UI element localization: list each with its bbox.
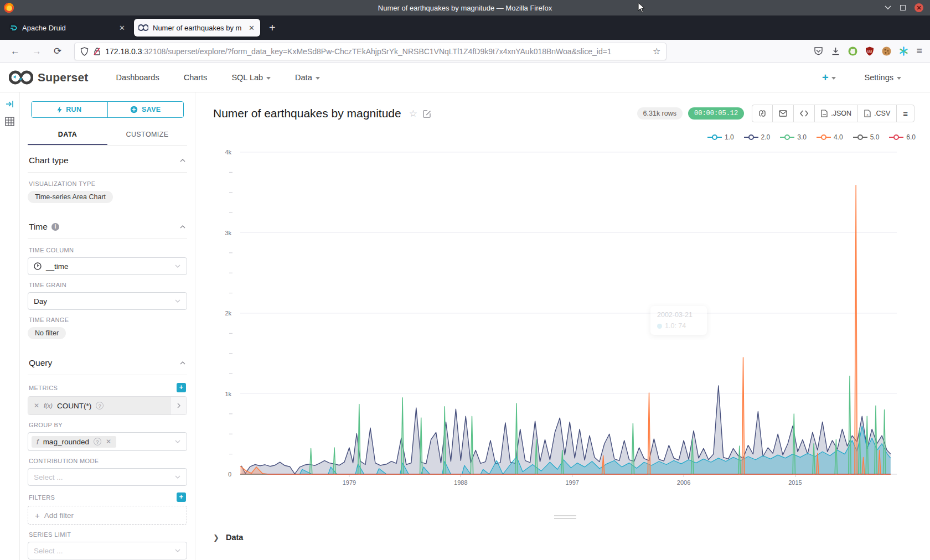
timeseries-chart[interactable]: 01k2k3k4k19791988199720062015 [212,145,910,491]
window-title: Numer of earthquakes by magnitude — Mozi… [0,4,930,12]
embed-code-button[interactable] [794,105,815,122]
url-text[interactable]: 172.18.0.3:32108/superset/explore/?form_… [105,47,648,56]
section-time[interactable]: Time i [28,214,187,239]
chart-title: Numer of earthquakes by magnitude [213,107,401,120]
close-tab-icon[interactable]: ✕ [247,24,256,32]
time-column-select[interactable]: __time [28,257,187,275]
menu-icon[interactable]: ≡ [916,45,922,57]
legend-item-2.0[interactable]: 2.0 [744,133,771,141]
metric-control[interactable]: ✕ f(x) COUNT(*) ? [28,396,187,415]
download-icon[interactable] [831,46,840,56]
time-column-label: TIME COLUMN [29,247,186,253]
data-section-header[interactable]: ❯ Data [195,527,930,542]
pane-drag-handle[interactable] [554,515,576,521]
legend-item-4.0[interactable]: 4.0 [817,133,843,141]
section-query[interactable]: Query [28,350,187,375]
legend-item-6.0[interactable]: 6.0 [889,133,916,141]
run-label: RUN [66,106,81,113]
section-chart-type[interactable]: Chart type [28,148,187,173]
explore-panel: RUN SAVE DATA CUSTOMIZE Chart type VISUA… [20,92,195,560]
chevron-down-icon [316,77,320,80]
viz-type-pill[interactable]: Time-series Area Chart [28,191,113,203]
remove-chip-icon[interactable]: ✕ [106,438,111,445]
shield-icon[interactable] [80,47,89,56]
close-window-icon[interactable]: ✕ [914,3,923,12]
favorite-star-icon[interactable]: ☆ [409,108,417,120]
maximize-icon[interactable] [900,5,906,11]
permalink-button[interactable] [752,105,773,122]
ublock-icon[interactable]: uB [865,46,874,56]
metric-expand[interactable] [170,397,187,414]
nav-sql-lab[interactable]: SQL Lab [219,73,283,82]
url-path: :32108/superset/explore/?form_data_key=K… [142,47,611,56]
time-range-pill[interactable]: No filter [28,327,66,339]
insecure-lock-icon[interactable] [93,47,101,56]
chevron-up-icon [179,224,186,230]
tab-superset-chart[interactable]: Numer of earthquakes by m ✕ [134,19,260,37]
back-icon[interactable]: ← [6,46,25,57]
tab-customize[interactable]: CUSTOMIZE [107,126,187,145]
superset-brand[interactable]: Superset [9,70,88,85]
new-tab-button[interactable]: + [264,22,281,34]
url-bar[interactable]: 172.18.0.3:32108/superset/explore/?form_… [74,43,666,60]
reload-icon[interactable]: ⟳ [49,45,66,57]
time-grain-select[interactable]: Day [28,292,187,310]
legend-label: 6.0 [906,133,916,141]
export-json-button[interactable]: .JSON [815,105,858,122]
extension-asterisk-icon[interactable] [899,46,908,56]
tab-data[interactable]: DATA [28,126,107,145]
browser-toolbar: ← → ⟳ 172.18.0.3:32108/superset/explore/… [0,40,930,63]
clock-icon [34,262,42,270]
filters-label: FILTERS + [29,492,186,502]
chart-menu-button[interactable]: ≡ [897,105,914,122]
dataset-grid-icon[interactable] [5,117,14,126]
time-grain-value: Day [34,297,47,305]
legend-marker-icon [707,134,722,140]
close-tab-icon[interactable]: ✕ [118,24,126,32]
tab-label: Apache Druid [22,24,113,32]
email-button[interactable] [773,105,794,122]
nav-charts[interactable]: Charts [172,73,220,82]
add-filter-plus-button[interactable]: + [177,492,186,502]
nav-data[interactable]: Data [283,73,332,82]
greasemonkey-icon[interactable] [848,46,857,56]
contribution-mode-select[interactable]: Select ... [28,468,187,486]
group-by-select[interactable]: f mag_rounded ? ✕ [28,432,187,451]
collapse-panel-icon[interactable] [6,100,14,108]
edit-title-icon[interactable] [423,110,431,118]
svg-text:x: x [867,113,869,116]
legend-item-1.0[interactable]: 1.0 [707,133,734,141]
metric-chip[interactable]: ✕ f(x) COUNT(*) ? [28,397,170,414]
series-limit-select[interactable]: Select ... [28,542,187,559]
chart-actions: .JSON x .CSV ≡ [752,105,914,122]
minimize-icon[interactable] [885,6,891,10]
help-icon: ? [94,438,101,445]
legend-marker-icon [889,134,903,140]
superset-logo-icon [9,70,33,85]
legend-item-3.0[interactable]: 3.0 [780,133,807,141]
nav-dashboards[interactable]: Dashboards [104,73,171,82]
save-button[interactable]: SAVE [108,102,184,117]
fx-icon: f(x) [44,402,53,409]
new-button[interactable]: + [822,71,836,84]
run-button[interactable]: RUN [32,102,108,117]
chevron-up-icon [179,157,186,164]
export-csv-button[interactable]: x .CSV [858,105,897,122]
cookie-icon[interactable] [882,46,891,56]
add-filter-box[interactable]: + Add filter [28,506,187,525]
tab-apache-druid[interactable]: Apache Druid ✕ [4,19,131,37]
bookmark-star-icon[interactable]: ☆ [653,46,660,56]
timer-badge: 00:00:05.12 [688,107,744,120]
screen: Numer of earthquakes by magnitude — Mozi… [0,0,930,560]
group-by-chip[interactable]: f mag_rounded ? ✕ [32,436,116,448]
legend-item-5.0[interactable]: 5.0 [853,133,880,141]
nav-settings[interactable]: Settings [852,73,913,82]
chevron-down-icon [174,263,181,269]
pocket-icon[interactable] [814,46,823,56]
remove-metric-icon[interactable]: ✕ [34,402,39,409]
svg-text:3k: 3k [225,230,231,236]
section-label: Query [29,358,52,368]
brand-name: Superset [38,71,88,84]
add-metric-button[interactable]: + [177,383,186,392]
forward-icon[interactable]: → [27,46,46,57]
